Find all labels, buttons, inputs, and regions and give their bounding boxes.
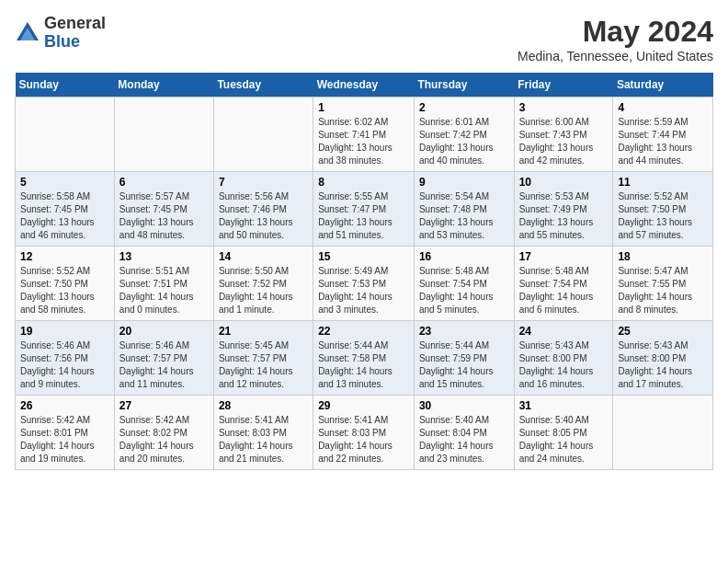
day-info: Sunrise: 5:45 AM Sunset: 7:57 PM Dayligh… <box>219 339 308 391</box>
calendar-cell: 31Sunrise: 5:40 AM Sunset: 8:05 PM Dayli… <box>514 396 613 470</box>
day-number: 15 <box>318 250 409 263</box>
day-number: 19 <box>20 325 109 338</box>
day-info: Sunrise: 5:44 AM Sunset: 7:58 PM Dayligh… <box>318 339 409 391</box>
calendar-week-row: 12Sunrise: 5:52 AM Sunset: 7:50 PM Dayli… <box>16 247 713 321</box>
day-of-week-header: Friday <box>514 73 613 98</box>
calendar-cell: 14Sunrise: 5:50 AM Sunset: 7:52 PM Dayli… <box>213 247 313 321</box>
day-info: Sunrise: 5:59 AM Sunset: 7:44 PM Dayligh… <box>618 116 708 167</box>
calendar-cell: 15Sunrise: 5:49 AM Sunset: 7:53 PM Dayli… <box>313 247 415 321</box>
day-info: Sunrise: 5:56 AM Sunset: 7:46 PM Dayligh… <box>219 190 308 242</box>
logo-icon <box>15 20 40 46</box>
day-info: Sunrise: 5:40 AM Sunset: 8:05 PM Dayligh… <box>519 414 609 465</box>
day-number: 21 <box>219 325 308 338</box>
day-of-week-header: Tuesday <box>213 73 313 98</box>
calendar-cell: 21Sunrise: 5:45 AM Sunset: 7:57 PM Dayli… <box>213 321 313 396</box>
calendar-cell: 6Sunrise: 5:57 AM Sunset: 7:45 PM Daylig… <box>114 172 213 247</box>
day-number: 17 <box>519 250 609 263</box>
calendar-cell: 22Sunrise: 5:44 AM Sunset: 7:58 PM Dayli… <box>313 321 415 396</box>
calendar-week-row: 5Sunrise: 5:58 AM Sunset: 7:45 PM Daylig… <box>16 172 713 247</box>
calendar-cell: 10Sunrise: 5:53 AM Sunset: 7:49 PM Dayli… <box>514 172 613 247</box>
calendar-cell: 19Sunrise: 5:46 AM Sunset: 7:56 PM Dayli… <box>16 321 115 396</box>
calendar-week-row: 1Sunrise: 6:02 AM Sunset: 7:41 PM Daylig… <box>16 98 713 172</box>
calendar-cell: 20Sunrise: 5:46 AM Sunset: 7:57 PM Dayli… <box>114 321 213 396</box>
day-info: Sunrise: 5:46 AM Sunset: 7:57 PM Dayligh… <box>119 339 209 391</box>
calendar-cell: 1Sunrise: 6:02 AM Sunset: 7:41 PM Daylig… <box>313 98 415 172</box>
day-number: 31 <box>519 399 609 412</box>
day-number: 2 <box>419 101 509 114</box>
calendar-week-row: 19Sunrise: 5:46 AM Sunset: 7:56 PM Dayli… <box>16 321 713 396</box>
day-number: 14 <box>219 250 308 263</box>
day-number: 24 <box>519 325 609 338</box>
day-number: 1 <box>318 101 409 114</box>
day-info: Sunrise: 5:44 AM Sunset: 7:59 PM Dayligh… <box>419 339 509 391</box>
calendar-cell: 24Sunrise: 5:43 AM Sunset: 8:00 PM Dayli… <box>514 321 613 396</box>
day-info: Sunrise: 5:48 AM Sunset: 7:54 PM Dayligh… <box>419 265 509 316</box>
day-info: Sunrise: 5:53 AM Sunset: 7:49 PM Dayligh… <box>519 190 609 242</box>
day-number: 6 <box>119 176 209 189</box>
calendar-cell: 7Sunrise: 5:56 AM Sunset: 7:46 PM Daylig… <box>213 172 313 247</box>
day-info: Sunrise: 5:48 AM Sunset: 7:54 PM Dayligh… <box>519 265 609 316</box>
calendar-cell: 17Sunrise: 5:48 AM Sunset: 7:54 PM Dayli… <box>514 247 613 321</box>
day-of-week-header: Thursday <box>414 73 514 98</box>
subtitle: Medina, Tennessee, United States <box>518 49 713 63</box>
logo-text: General Blue <box>44 15 106 52</box>
day-info: Sunrise: 5:50 AM Sunset: 7:52 PM Dayligh… <box>219 265 308 316</box>
day-info: Sunrise: 5:49 AM Sunset: 7:53 PM Dayligh… <box>318 265 409 316</box>
day-of-week-header: Wednesday <box>313 73 415 98</box>
day-number: 7 <box>219 176 308 189</box>
day-info: Sunrise: 6:01 AM Sunset: 7:42 PM Dayligh… <box>419 116 509 167</box>
day-info: Sunrise: 5:41 AM Sunset: 8:03 PM Dayligh… <box>219 414 308 465</box>
day-number: 22 <box>318 325 409 338</box>
day-number: 9 <box>419 176 509 189</box>
calendar-cell: 25Sunrise: 5:43 AM Sunset: 8:00 PM Dayli… <box>613 321 713 396</box>
day-of-week-header: Sunday <box>16 73 115 98</box>
main-title: May 2024 <box>518 15 713 49</box>
calendar-cell: 4Sunrise: 5:59 AM Sunset: 7:44 PM Daylig… <box>613 98 713 172</box>
day-number: 23 <box>419 325 509 338</box>
calendar-cell: 9Sunrise: 5:54 AM Sunset: 7:48 PM Daylig… <box>414 172 514 247</box>
day-number: 27 <box>119 399 209 412</box>
calendar-table: SundayMondayTuesdayWednesdayThursdayFrid… <box>15 73 713 470</box>
calendar-cell: 26Sunrise: 5:42 AM Sunset: 8:01 PM Dayli… <box>16 396 115 470</box>
day-number: 26 <box>20 399 109 412</box>
calendar-header-row: SundayMondayTuesdayWednesdayThursdayFrid… <box>16 73 713 98</box>
day-info: Sunrise: 6:00 AM Sunset: 7:43 PM Dayligh… <box>519 116 609 167</box>
day-info: Sunrise: 5:57 AM Sunset: 7:45 PM Dayligh… <box>119 190 209 242</box>
calendar-cell: 3Sunrise: 6:00 AM Sunset: 7:43 PM Daylig… <box>514 98 613 172</box>
calendar-cell: 27Sunrise: 5:42 AM Sunset: 8:02 PM Dayli… <box>114 396 213 470</box>
day-of-week-header: Saturday <box>613 73 713 98</box>
calendar-cell: 13Sunrise: 5:51 AM Sunset: 7:51 PM Dayli… <box>114 247 213 321</box>
day-info: Sunrise: 5:40 AM Sunset: 8:04 PM Dayligh… <box>419 414 509 465</box>
calendar-cell: 2Sunrise: 6:01 AM Sunset: 7:42 PM Daylig… <box>414 98 514 172</box>
day-info: Sunrise: 5:47 AM Sunset: 7:55 PM Dayligh… <box>618 265 708 316</box>
calendar-cell <box>16 98 115 172</box>
calendar-cell: 5Sunrise: 5:58 AM Sunset: 7:45 PM Daylig… <box>16 172 115 247</box>
day-info: Sunrise: 5:58 AM Sunset: 7:45 PM Dayligh… <box>20 190 109 242</box>
day-number: 28 <box>219 399 308 412</box>
calendar-week-row: 26Sunrise: 5:42 AM Sunset: 8:01 PM Dayli… <box>16 396 713 470</box>
day-number: 20 <box>119 325 209 338</box>
day-number: 3 <box>519 101 609 114</box>
day-info: Sunrise: 5:41 AM Sunset: 8:03 PM Dayligh… <box>318 414 409 465</box>
calendar-cell: 18Sunrise: 5:47 AM Sunset: 7:55 PM Dayli… <box>613 247 713 321</box>
day-number: 11 <box>618 176 708 189</box>
day-info: Sunrise: 5:54 AM Sunset: 7:48 PM Dayligh… <box>419 190 509 242</box>
header: General Blue May 2024 Medina, Tennessee,… <box>15 15 713 63</box>
calendar-cell <box>213 98 313 172</box>
calendar-cell: 30Sunrise: 5:40 AM Sunset: 8:04 PM Dayli… <box>414 396 514 470</box>
day-info: Sunrise: 5:43 AM Sunset: 8:00 PM Dayligh… <box>519 339 609 391</box>
calendar-cell <box>613 396 713 470</box>
day-number: 29 <box>318 399 409 412</box>
calendar-cell: 12Sunrise: 5:52 AM Sunset: 7:50 PM Dayli… <box>16 247 115 321</box>
calendar-cell: 8Sunrise: 5:55 AM Sunset: 7:47 PM Daylig… <box>313 172 415 247</box>
day-info: Sunrise: 5:51 AM Sunset: 7:51 PM Dayligh… <box>119 265 209 316</box>
day-info: Sunrise: 5:42 AM Sunset: 8:02 PM Dayligh… <box>119 414 209 465</box>
day-number: 18 <box>618 250 708 263</box>
calendar-cell: 11Sunrise: 5:52 AM Sunset: 7:50 PM Dayli… <box>613 172 713 247</box>
day-of-week-header: Monday <box>114 73 213 98</box>
day-info: Sunrise: 5:52 AM Sunset: 7:50 PM Dayligh… <box>618 190 708 242</box>
day-number: 13 <box>119 250 209 263</box>
day-number: 25 <box>618 325 708 338</box>
day-info: Sunrise: 5:55 AM Sunset: 7:47 PM Dayligh… <box>318 190 409 242</box>
day-number: 16 <box>419 250 509 263</box>
